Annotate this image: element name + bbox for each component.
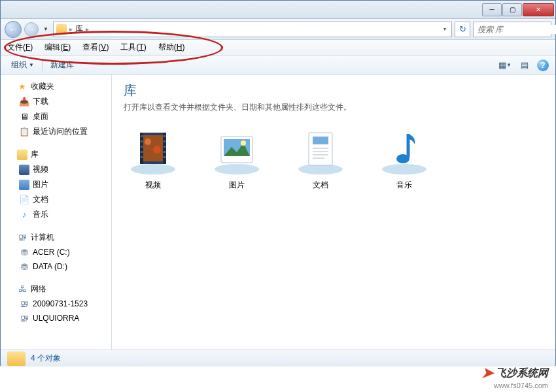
arrow-icon: ➤	[481, 365, 493, 382]
watermark: ➤ 飞沙系统网 www.fs0745.com	[481, 365, 548, 389]
sidebar-item-pictures[interactable]: 图片	[1, 177, 111, 192]
sidebar-item-network-pc2[interactable]: 🖳ULQUIORRA	[1, 311, 111, 325]
desktop-icon: 🖥	[19, 112, 29, 122]
separator	[42, 59, 43, 71]
status-bar: 4 个对象	[1, 350, 555, 367]
music-icon: ♪	[19, 210, 29, 220]
library-label: 视频	[145, 180, 161, 191]
library-icon	[56, 24, 67, 35]
search-box[interactable]: 🔍	[473, 22, 551, 37]
page-subtitle: 打开库以查看文件并根据文件夹、日期和其他属性排列这些文件。	[124, 102, 544, 113]
content-pane: 库 打开库以查看文件并根据文件夹、日期和其他属性排列这些文件。 视频 图片	[112, 75, 555, 350]
menu-help[interactable]: 帮助(H)	[158, 42, 185, 53]
svg-rect-12	[164, 135, 165, 137]
svg-rect-10	[141, 151, 143, 153]
videos-icon	[128, 129, 178, 176]
menu-view[interactable]: 查看(V)	[82, 42, 109, 53]
organize-button[interactable]: 组织 ▼	[7, 57, 38, 73]
sidebar-item-drive-c[interactable]: ⛃ACER (C:)	[1, 245, 111, 259]
video-icon	[19, 165, 29, 175]
close-button[interactable]: ✕	[523, 3, 554, 16]
svg-point-0	[131, 164, 175, 174]
svg-rect-15	[164, 151, 165, 153]
watermark-brand: 飞沙系统网	[496, 367, 548, 380]
menu-tools[interactable]: 工具(T)	[120, 42, 146, 53]
sidebar-item-desktop[interactable]: 🖥桌面	[1, 109, 111, 124]
view-mode-button[interactable]: ▦ ▼	[498, 59, 512, 72]
new-library-button[interactable]: 新建库	[46, 57, 78, 73]
sidebar-network[interactable]: 🖧网络	[1, 282, 111, 297]
drive-icon: ⛃	[19, 261, 29, 272]
svg-rect-16	[164, 156, 165, 158]
sidebar-item-videos[interactable]: 视频	[1, 162, 111, 177]
library-label: 文档	[313, 180, 328, 191]
sidebar-item-downloads[interactable]: 📥下载	[1, 94, 111, 109]
library-label: 图片	[229, 180, 245, 191]
status-text: 4 个对象	[31, 353, 61, 364]
star-icon: ★	[17, 82, 27, 92]
computer-icon: 🖳	[17, 233, 27, 243]
history-dropdown[interactable]: ▼	[41, 23, 50, 36]
page-title: 库	[124, 82, 544, 99]
pictures-icon	[212, 129, 262, 176]
sidebar-item-music[interactable]: ♪音乐	[1, 207, 111, 222]
search-input[interactable]	[478, 25, 556, 34]
svg-rect-13	[164, 140, 165, 142]
library-item-videos[interactable]: 视频	[124, 129, 182, 191]
sidebar-libraries[interactable]: 库	[1, 147, 111, 162]
download-icon: 📥	[19, 97, 29, 107]
breadcrumb-text[interactable]: 库	[75, 24, 83, 35]
recent-icon: 📋	[19, 127, 29, 137]
back-button[interactable]: ←	[5, 21, 22, 38]
menu-edit[interactable]: 编辑(E)	[44, 42, 71, 53]
watermark-logo: ➤ 飞沙系统网	[481, 365, 548, 382]
library-item-music[interactable]: 音乐	[375, 129, 434, 191]
navigation-pane[interactable]: ★收藏夹 📥下载 🖥桌面 📋最近访问的位置 库 视频 图片 📄文档 ♪音乐 🖳计…	[1, 75, 112, 350]
forward-button[interactable]: →	[24, 22, 39, 37]
navigation-bar: ← → ▼ ▸ 库 ▸ ▾ ↻ 🔍	[1, 19, 555, 40]
sidebar-item-recent[interactable]: 📋最近访问的位置	[1, 124, 111, 139]
network-icon: 🖧	[17, 284, 27, 295]
address-dropdown[interactable]: ▾	[441, 26, 449, 32]
sidebar-item-documents[interactable]: 📄文档	[1, 192, 111, 207]
explorer-window: ─ ▢ ✕ ← → ▼ ▸ 库 ▸ ▾ ↻ 🔍 文件(F) 编辑(E) 查看(V…	[0, 0, 556, 366]
preview-pane-button[interactable]: ▤	[517, 59, 532, 72]
svg-rect-24	[313, 137, 328, 144]
breadcrumb-separator-icon: ▸	[69, 25, 73, 33]
svg-rect-5	[140, 133, 143, 164]
command-bar: 组织 ▼ 新建库 ▦ ▼ ▤ ?	[1, 56, 555, 75]
sidebar-computer[interactable]: 🖳计算机	[1, 230, 111, 245]
library-item-pictures[interactable]: 图片	[207, 129, 266, 191]
svg-point-30	[396, 154, 409, 163]
minimize-button[interactable]: ─	[482, 3, 502, 16]
svg-point-21	[241, 140, 246, 146]
documents-icon	[296, 129, 345, 176]
library-icon	[17, 150, 27, 160]
library-label: 音乐	[396, 180, 412, 191]
watermark-url: www.fs0745.com	[481, 382, 548, 389]
content-area: ★收藏夹 📥下载 🖥桌面 📋最近访问的位置 库 视频 图片 📄文档 ♪音乐 🖳计…	[1, 75, 555, 350]
svg-point-3	[145, 139, 151, 145]
menu-file[interactable]: 文件(F)	[7, 42, 33, 53]
sidebar-item-drive-d[interactable]: ⛃DATA (D:)	[1, 259, 111, 274]
svg-point-29	[382, 164, 426, 174]
maximize-button[interactable]: ▢	[502, 3, 522, 16]
help-button[interactable]: ?	[537, 59, 549, 71]
refresh-button[interactable]: ↻	[455, 22, 470, 37]
svg-rect-11	[141, 156, 143, 158]
sidebar-favorites[interactable]: ★收藏夹	[1, 79, 111, 94]
library-item-documents[interactable]: 文档	[291, 129, 350, 191]
svg-rect-8	[141, 140, 143, 142]
svg-point-4	[153, 146, 161, 154]
svg-rect-14	[164, 146, 165, 148]
svg-point-17	[215, 164, 259, 174]
sidebar-item-network-pc1[interactable]: 🖳20090731-1523	[1, 297, 111, 311]
document-icon: 📄	[19, 195, 29, 205]
computer-icon: 🖳	[19, 299, 29, 309]
drive-icon: ⛃	[19, 247, 29, 257]
picture-icon	[19, 180, 29, 190]
titlebar: ─ ▢ ✕	[1, 1, 555, 19]
music-icon	[379, 129, 429, 176]
svg-rect-7	[141, 135, 143, 137]
address-bar[interactable]: ▸ 库 ▸ ▾	[53, 22, 452, 37]
